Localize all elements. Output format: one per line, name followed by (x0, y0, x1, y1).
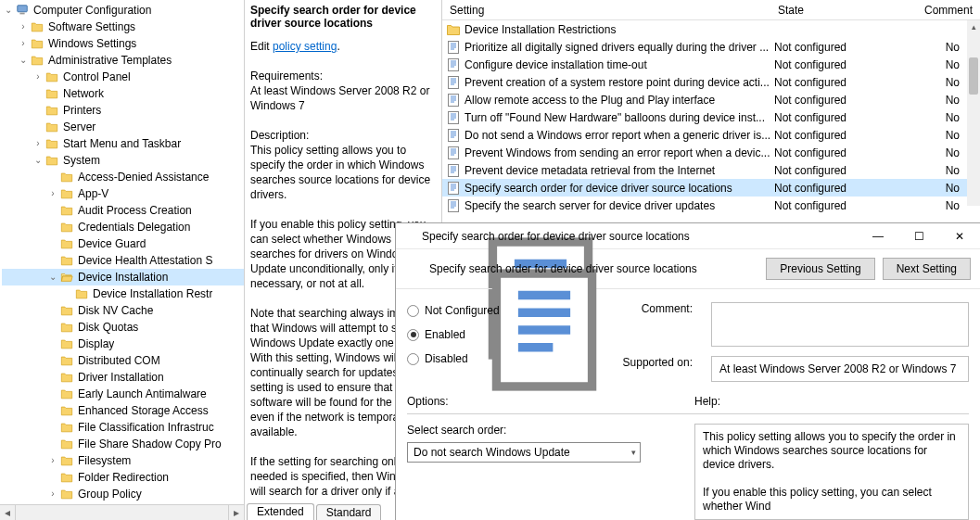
tree-item[interactable]: ›Software Settings (2, 19, 244, 35)
tree-item-label: App-V (78, 185, 108, 202)
expand-icon[interactable]: › (46, 486, 59, 503)
setting-row[interactable]: Allow remote access to the Plug and Play… (442, 91, 980, 108)
folder-icon (59, 370, 74, 385)
tree-item[interactable]: Printers (2, 102, 244, 119)
close-button[interactable]: ✕ (939, 223, 980, 249)
col-state[interactable]: State (770, 4, 891, 17)
tree-item[interactable]: Credentials Delegation (2, 219, 244, 235)
tree-item[interactable]: Device Guard (2, 235, 244, 252)
tree-item[interactable]: Driver Installation (2, 369, 244, 386)
setting-state: Not configured (774, 146, 895, 159)
tab-standard[interactable]: Standard (316, 504, 382, 520)
tree-item[interactable]: Early Launch Antimalware (2, 386, 244, 402)
setting-row[interactable]: Specify the search server for device dri… (442, 197, 980, 214)
tree-h-scrollbar[interactable]: ◂ ▸ (0, 504, 244, 520)
tree-item[interactable]: Device Health Attestation S (2, 252, 244, 269)
policy-icon (446, 146, 461, 160)
grid-v-scrollbar[interactable]: ▴ (967, 20, 980, 206)
setting-row[interactable]: Prevent Windows from sending an error re… (442, 144, 980, 161)
expand-icon[interactable]: › (32, 69, 45, 86)
setting-row[interactable]: Configure device installation time-outNo… (442, 56, 980, 73)
maximize-button[interactable]: ☐ (898, 223, 939, 249)
tree-item[interactable]: Enhanced Storage Access (2, 402, 244, 419)
tree-item[interactable]: ›Control Panel (2, 69, 244, 85)
setting-row[interactable]: Turn off "Found New Hardware" balloons d… (442, 108, 980, 126)
expand-icon[interactable]: › (46, 452, 59, 470)
setting-row[interactable]: Prevent device metadata retrieval from t… (442, 161, 980, 179)
computer-icon (15, 3, 30, 18)
setting-name: Do not send a Windows error report when … (465, 129, 774, 142)
folder-icon (59, 170, 74, 184)
expand-icon[interactable]: › (46, 185, 59, 203)
setting-row[interactable]: Device Installation Restrictions (442, 20, 980, 38)
scroll-left-button[interactable]: ◂ (0, 505, 16, 521)
folder-icon (59, 487, 74, 501)
setting-name: Prevent device metadata retrieval from t… (465, 164, 774, 177)
tree-item[interactable]: File Classification Infrastruc (2, 419, 244, 436)
tree-item[interactable]: ›App-V (2, 185, 244, 202)
tree-item[interactable]: Disk NV Cache (2, 302, 244, 319)
tree-item[interactable]: ⌄System (2, 152, 244, 169)
folder-open-icon (59, 270, 74, 285)
scroll-right-button[interactable]: ▸ (228, 505, 244, 521)
tree-item[interactable]: Device Installation Restr (2, 285, 244, 302)
policy-editor-dialog: Specify search order for device driver s… (395, 222, 980, 520)
options-header: Options: (407, 395, 694, 408)
next-setting-button[interactable]: Next Setting (883, 258, 971, 280)
scroll-thumb[interactable] (969, 57, 978, 95)
tree-item-label: Computer Configuration (33, 2, 151, 19)
tree-item-label: Device Installation Restr (93, 285, 212, 302)
edit-policy-link[interactable]: policy setting (273, 40, 337, 53)
folder-icon (45, 70, 59, 84)
tree-item[interactable]: Audit Process Creation (2, 202, 244, 219)
tree-item[interactable]: Server (2, 119, 244, 135)
tree-item[interactable]: ›Filesystem (2, 452, 244, 469)
tree-item[interactable]: ⌄Computer Configuration (2, 2, 244, 19)
setting-row[interactable]: Prevent creation of a system restore poi… (442, 73, 980, 91)
folder-icon (59, 303, 74, 318)
folder-icon (45, 120, 59, 134)
radio-disabled[interactable]: Disabled (407, 347, 537, 371)
tree-item[interactable]: Access-Denied Assistance (2, 169, 244, 185)
tree-item[interactable]: Distributed COM (2, 352, 244, 369)
tree-item[interactable]: Display (2, 336, 244, 352)
tree-item[interactable]: Folder Redirection (2, 469, 244, 486)
minimize-button[interactable]: — (858, 223, 898, 249)
search-order-combobox[interactable]: Do not search Windows Update ▾ (407, 442, 641, 463)
collapse-icon[interactable]: ⌄ (46, 269, 59, 286)
dialog-titlebar[interactable]: Specify search order for device driver s… (396, 223, 980, 249)
tree-item[interactable]: ›Start Menu and Taskbar (2, 135, 244, 152)
tree-item[interactable]: ⌄Administrative Templates (2, 52, 244, 69)
policy-icon (446, 198, 461, 213)
tree-item-label: System (63, 152, 100, 169)
setting-row[interactable]: Do not send a Windows error report when … (442, 126, 980, 144)
col-comment[interactable]: Comment (891, 4, 980, 17)
expand-icon[interactable]: › (32, 135, 45, 153)
dialog-subtitle: Specify search order for device driver s… (429, 262, 758, 275)
col-setting[interactable]: Setting (442, 4, 770, 17)
setting-row[interactable]: Prioritize all digitally signed drivers … (442, 38, 980, 56)
expand-icon[interactable]: › (17, 35, 30, 53)
tree-item[interactable]: Disk Quotas (2, 319, 244, 336)
comment-textbox[interactable] (711, 302, 969, 347)
collapse-icon[interactable]: ⌄ (17, 52, 30, 70)
scroll-up-button[interactable]: ▴ (967, 20, 980, 33)
collapse-icon[interactable]: ⌄ (2, 2, 15, 19)
tree-item[interactable]: ›Group Policy (2, 486, 244, 502)
policy-icon (446, 128, 461, 143)
radio-not-configured[interactable]: Not Configured (407, 298, 537, 323)
tree-item[interactable]: File Share Shadow Copy Pro (2, 436, 244, 452)
tree-item-label: Device Installation (78, 269, 168, 285)
radio-enabled[interactable]: Enabled (407, 323, 537, 347)
setting-row[interactable]: Specify search order for device driver s… (442, 179, 980, 197)
tree-item[interactable]: Network (2, 85, 244, 102)
tree-item[interactable]: ›Windows Settings (2, 35, 244, 52)
previous-setting-button[interactable]: Previous Setting (766, 258, 874, 280)
collapse-icon[interactable]: ⌄ (32, 152, 45, 170)
tree-item[interactable]: ⌄Device Installation (2, 269, 244, 285)
tree-item-label: Disk Quotas (78, 319, 138, 336)
tab-extended[interactable]: Extended (247, 503, 314, 520)
tree-item-label: Access-Denied Assistance (78, 169, 209, 185)
expand-icon[interactable]: › (17, 19, 30, 36)
help-text: This policy setting allows you to specif… (694, 424, 969, 520)
